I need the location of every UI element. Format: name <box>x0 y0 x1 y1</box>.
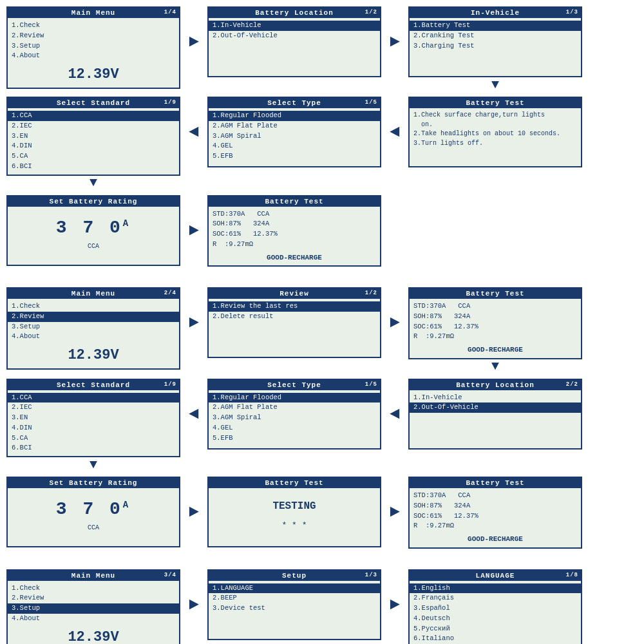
body-battery-location-2: 1.In-Vehicle 2.Out-Of-Vehicle <box>410 390 581 416</box>
arrow-right-2: ► <box>381 6 408 77</box>
body-select-type-1: 1.Regular Flooded 2.AGM Flat Plate 3.AGM… <box>209 108 380 164</box>
screen-unit-battery-location-2: Battery Location 2/2 1.In-Vehicle 2.Out-… <box>408 379 582 450</box>
body-battery-test-instr: 1.Check surface charge,turn lights on. 2… <box>410 108 581 151</box>
screen-unit-battery-result-2: Battery Test STD:370A CCA SOH:87% 324A S… <box>408 287 582 374</box>
body-battery-location-1: 1.In-Vehicle 2.Out-Of-Vehicle <box>209 18 380 44</box>
screen-battery-testing: Battery Test TESTING * * * <box>207 477 381 547</box>
screen-battery-location-1: Battery Location 1/2 1.In-Vehicle 2.Out-… <box>207 6 381 77</box>
page-language-1: 1/8 <box>566 572 578 578</box>
page-select-type-1: 1/5 <box>365 99 377 106</box>
screen-unit-main-menu-3: Main Menu 3/4 1.Check 2.Review 3.Setup 4… <box>6 569 180 645</box>
screen-main-menu-1: Main Menu 1/4 1.Check 2.Review 3.Setup 4… <box>6 6 180 89</box>
header-battery-result-3: Battery Test <box>410 478 581 488</box>
body-main-menu-3: 1.Check 2.Review 3.Setup 4.About 12.39V <box>8 581 179 645</box>
header-battery-test-instr: Battery Test <box>410 98 581 108</box>
screen-select-type-2: Select Type 1/5 1.Regular Flooded 2.AGM … <box>207 379 381 450</box>
header-setup-1: Setup 1/3 <box>209 571 380 581</box>
screen-battery-result-1: Battery Test STD:370A CCA SOH:87% 324A S… <box>207 195 381 267</box>
screen-unit-main-menu-2: Main Menu 2/4 1.Check 2.Review 3.Setup 4… <box>6 287 180 370</box>
body-select-type-2: 1.Regular Flooded 2.AGM Flat Plate 3.AGM… <box>209 390 380 446</box>
body-select-standard-2: 1.CCA 2.IEC 3.EN 4.DIN 5.CA 6.BCI <box>8 390 179 457</box>
page-select-standard-2: 1/9 <box>164 381 176 388</box>
page-battery-location-1: 1/2 <box>365 9 377 15</box>
body-main-menu-2: 1.Check 2.Review 3.Setup 4.About 12.39V <box>8 299 179 368</box>
page-review-1: 1/2 <box>365 290 377 296</box>
screen-battery-test-instr: Battery Test 1.Check surface charge,turn… <box>408 97 582 167</box>
header-select-standard-2: Select Standard 1/9 <box>8 380 179 390</box>
page-main-menu-1: 1/4 <box>164 9 176 15</box>
result-label-1: GOOD-RECHARGE <box>213 250 376 263</box>
header-select-standard-1: Select Standard 1/9 <box>8 98 179 108</box>
header-main-menu-2: Main Menu 2/4 <box>8 289 179 299</box>
page-setup-1: 1/3 <box>365 572 377 578</box>
header-set-battery-1: Set Battery Rating <box>8 196 179 207</box>
arrow-right-9: ► <box>381 569 408 640</box>
body-in-vehicle-1: 1.Battery Test 2.Cranking Test 3.Chargin… <box>410 18 581 53</box>
body-select-standard-1: 1.CCA 2.IEC 3.EN 4.DIN 5.CA 6.BCI <box>8 108 179 175</box>
result-label-2: GOOD-RECHARGE <box>413 342 577 355</box>
header-main-menu-3: Main Menu 3/4 <box>8 571 179 581</box>
header-battery-testing: Battery Test <box>209 478 380 488</box>
screen-unit-main-menu-1: Main Menu 1/4 1.Check 2.Review 3.Setup 4… <box>6 6 180 89</box>
section2-row1: Main Menu 2/4 1.Check 2.Review 3.Setup 4… <box>6 287 638 374</box>
page-battery-location-2: 2/2 <box>566 381 578 388</box>
screen-set-battery-1: Set Battery Rating 3 7 0A CCA <box>6 195 180 266</box>
section1-row1: Main Menu 1/4 1.Check 2.Review 3.Setup 4… <box>6 6 638 91</box>
screen-unit-battery-testing: Battery Test TESTING * * * <box>207 477 381 547</box>
screen-select-standard-1: Select Standard 1/9 1.CCA 2.IEC 3.EN 4.D… <box>6 97 180 176</box>
screen-unit-setup-1: Setup 1/3 1.LANGUAGE 2.BEEP 3.Device tes… <box>207 569 381 640</box>
body-set-battery-1: 3 7 0A CCA <box>8 207 179 254</box>
arrow-right-1: ► <box>180 6 207 77</box>
section3-row1: Main Menu 3/4 1.Check 2.Review 3.Setup 4… <box>6 569 638 645</box>
page-select-type-2: 1/5 <box>365 381 377 388</box>
page-in-vehicle-1: 1/3 <box>566 9 578 15</box>
arrow-right-8: ► <box>180 569 207 640</box>
arrow-left-2: ◄ <box>381 97 408 167</box>
screen-battery-result-2: Battery Test STD:370A CCA SOH:87% 324A S… <box>408 287 582 359</box>
arrow-right-4: ► <box>180 287 207 358</box>
screen-language-1: LANGUAGE 1/8 1.English 2.Français 3.Espa… <box>408 569 582 645</box>
screen-unit-battery-location-1: Battery Location 1/2 1.In-Vehicle 2.Out-… <box>207 6 381 77</box>
down-arrow-2: ▼ <box>90 176 97 190</box>
testing-label: TESTING <box>213 491 376 516</box>
screen-unit-set-battery-2: Set Battery Rating 3 7 0A CCA <box>6 477 180 547</box>
arrow-left-3: ◄ <box>180 379 207 450</box>
header-main-menu-1: Main Menu 1/4 <box>8 8 179 18</box>
voltage-1: 12.39V <box>12 61 175 85</box>
screen-battery-location-2: Battery Location 2/2 1.In-Vehicle 2.Out-… <box>408 379 582 450</box>
screen-select-type-1: Select Type 1/5 1.Regular Flooded 2.AGM … <box>207 97 381 167</box>
voltage-3: 12.39V <box>12 624 175 645</box>
body-battery-result-2: STD:370A CCA SOH:87% 324A SOC:61% 12.37%… <box>410 299 581 358</box>
body-battery-result-1: STD:370A CCA SOH:87% 324A SOC:61% 12.37%… <box>209 207 380 266</box>
rating-label-1: CCA <box>12 242 175 251</box>
stars-label: * * * <box>213 516 376 535</box>
body-review-1: 1.Review the last res 2.Delete result <box>209 299 380 325</box>
screen-review-1: Review 1/2 1.Review the last res 2.Delet… <box>207 287 381 358</box>
arrow-right-6: ► <box>180 477 207 547</box>
screen-unit-battery-result-3: Battery Test STD:370A CCA SOH:87% 324A S… <box>408 477 582 549</box>
rating-label-2: CCA <box>12 523 175 533</box>
header-battery-location-2: Battery Location 2/2 <box>410 380 581 390</box>
screen-in-vehicle-1: In-Vehicle 1/3 1.Battery Test 2.Cranking… <box>408 6 582 77</box>
rating-value-1: 3 7 0A <box>12 209 175 242</box>
body-language-1: 1.English 2.Français 3.Español 4.Deutsch… <box>410 581 581 645</box>
header-battery-result-1: Battery Test <box>209 196 380 207</box>
rating-value-2: 3 7 0A <box>12 491 175 523</box>
voltage-2: 12.39V <box>12 342 175 366</box>
screen-battery-result-3: Battery Test STD:370A CCA SOH:87% 324A S… <box>408 477 582 549</box>
section1-row3: Set Battery Rating 3 7 0A CCA ► Battery … <box>6 195 638 267</box>
arrow-right-7: ► <box>381 477 408 547</box>
arrow-right-3: ► <box>180 195 207 266</box>
screen-main-menu-3: Main Menu 3/4 1.Check 2.Review 3.Setup 4… <box>6 569 180 645</box>
screen-unit-set-battery-1: Set Battery Rating 3 7 0A CCA <box>6 195 180 266</box>
header-battery-location-1: Battery Location 1/2 <box>209 8 380 18</box>
screen-main-menu-2: Main Menu 2/4 1.Check 2.Review 3.Setup 4… <box>6 287 180 370</box>
screen-unit-battery-test-instr: Battery Test 1.Check surface charge,turn… <box>408 97 582 167</box>
screen-unit-select-type-1: Select Type 1/5 1.Regular Flooded 2.AGM … <box>207 97 381 167</box>
body-setup-1: 1.LANGUAGE 2.BEEP 3.Device test <box>209 581 380 616</box>
screen-set-battery-2: Set Battery Rating 3 7 0A CCA <box>6 477 180 547</box>
screen-unit-review-1: Review 1/2 1.Review the last res 2.Delet… <box>207 287 381 358</box>
header-review-1: Review 1/2 <box>209 289 380 299</box>
body-main-menu-1: 1.Check 2.Review 3.Setup 4.About 12.39V <box>8 18 179 88</box>
body-set-battery-2: 3 7 0A CCA <box>8 488 179 535</box>
